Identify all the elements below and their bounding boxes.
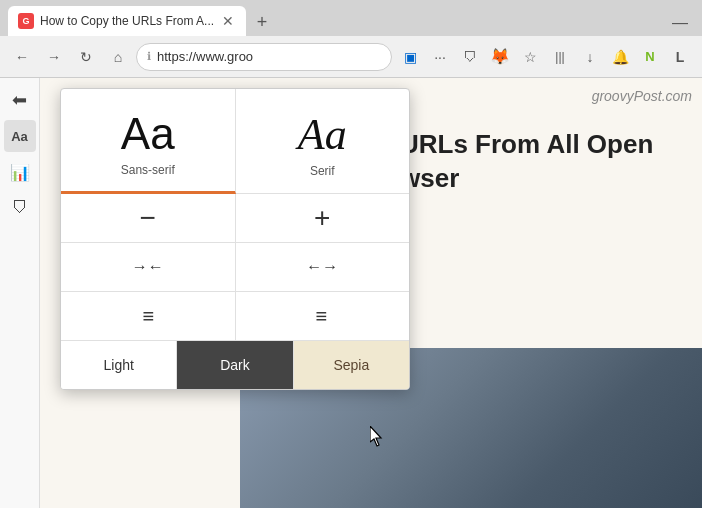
minimize-button[interactable]: — [666, 14, 694, 32]
toolbar: ← → ↻ ⌂ ℹ https://www.groo ▣ ··· ⛉ 🦊 ☆ |… [0, 36, 702, 78]
decrease-font-button[interactable]: − [61, 194, 236, 242]
increase-width-button[interactable]: ←→ [236, 243, 410, 291]
reader-popup: Aa Sans-serif Aa Serif − + →← ←→ [60, 88, 410, 390]
sans-serif-preview: Aa [121, 109, 175, 159]
reload-button[interactable]: ↻ [72, 43, 100, 71]
theme-row: Light Dark Sepia [61, 341, 409, 389]
font-size-row: − + [61, 194, 409, 243]
increase-font-button[interactable]: + [236, 194, 410, 242]
tab-title: How to Copy the URLs From A... [40, 14, 214, 28]
reader-view-button[interactable]: ▣ [396, 43, 424, 71]
sync-button[interactable]: 🔔 [606, 43, 634, 71]
active-tab[interactable]: G How to Copy the URLs From A... ✕ [8, 6, 246, 36]
tab-bar: G How to Copy the URLs From A... ✕ + — [0, 0, 702, 36]
sans-serif-label: Sans-serif [121, 163, 175, 177]
new-tab-button[interactable]: + [248, 8, 276, 36]
forward-button[interactable]: → [40, 43, 68, 71]
downloads-button[interactable]: ↓ [576, 43, 604, 71]
font-selection-row: Aa Sans-serif Aa Serif [61, 89, 409, 194]
star-button[interactable]: ☆ [516, 43, 544, 71]
page-content: groovyPost.com URLs From All Open wser O… [40, 78, 702, 508]
sidebar: ⬅ Aa 📊 ⛉ [0, 78, 40, 508]
back-button[interactable]: ← [8, 43, 36, 71]
article-heading: URLs From All Open wser [400, 128, 692, 196]
sepia-theme-button[interactable]: Sepia [294, 341, 409, 389]
content-area: ⬅ Aa 📊 ⛉ groovyPost.com URLs From All Op… [0, 78, 702, 508]
url-text: https://www.groo [157, 49, 381, 64]
sidebar-pocket-button[interactable]: ⛉ [4, 192, 36, 224]
decrease-spacing-button[interactable]: ≡ [61, 292, 236, 340]
sidebar-chart-button[interactable]: 📊 [4, 156, 36, 188]
decrease-width-button[interactable]: →← [61, 243, 236, 291]
toolbar-icons: ▣ ··· ⛉ 🦊 ☆ ||| ↓ 🔔 N L [396, 43, 694, 71]
account-button[interactable]: L [666, 43, 694, 71]
address-bar[interactable]: ℹ https://www.groo [136, 43, 392, 71]
browser-frame: G How to Copy the URLs From A... ✕ + — ←… [0, 0, 702, 508]
sans-serif-option[interactable]: Aa Sans-serif [61, 89, 236, 194]
window-controls: — [666, 14, 702, 36]
pocket-button[interactable]: ⛉ [456, 43, 484, 71]
light-theme-button[interactable]: Light [61, 341, 177, 389]
domain-label: groovyPost.com [592, 88, 692, 104]
security-icon: ℹ [147, 50, 151, 63]
bookmarks-button[interactable]: ||| [546, 43, 574, 71]
tab-close-button[interactable]: ✕ [220, 13, 236, 29]
increase-spacing-button[interactable]: ≡ [236, 292, 410, 340]
serif-option[interactable]: Aa Serif [236, 89, 410, 193]
sidebar-back-button[interactable]: ⬅ [4, 84, 36, 116]
onenote-button[interactable]: N [636, 43, 664, 71]
menu-button[interactable]: ··· [426, 43, 454, 71]
serif-label: Serif [310, 164, 335, 178]
tab-favicon: G [18, 13, 34, 29]
serif-preview: Aa [298, 109, 347, 160]
sidebar-fonts-button[interactable]: Aa [4, 120, 36, 152]
dark-theme-button[interactable]: Dark [177, 341, 293, 389]
width-row: →← ←→ [61, 243, 409, 292]
firefox-button[interactable]: 🦊 [486, 43, 514, 71]
home-button[interactable]: ⌂ [104, 43, 132, 71]
spacing-row: ≡ ≡ [61, 292, 409, 341]
